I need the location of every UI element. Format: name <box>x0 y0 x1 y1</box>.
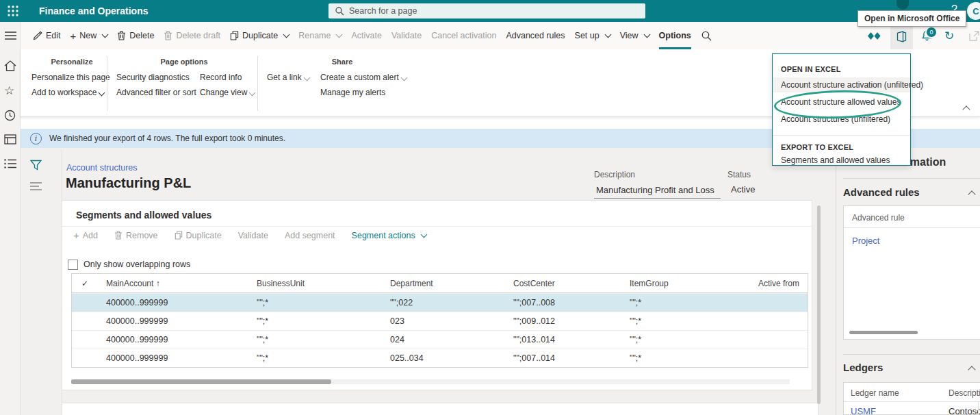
remove-button[interactable]: Remove <box>114 231 158 240</box>
segments-grid: ✓ MainAccount ↑ BusinessUnit Department … <box>71 273 808 368</box>
chevron-down-icon <box>643 32 650 38</box>
app-title[interactable]: Finance and Operations <box>39 5 148 16</box>
avatar[interactable]: C <box>967 2 980 20</box>
table-row[interactable]: 400000..999999 "";* 024 "";013..014 "";* <box>72 330 808 349</box>
office-icon <box>897 31 907 42</box>
security-diagnostics[interactable]: Security diagnostics <box>116 73 190 82</box>
chevron-down-icon <box>604 32 611 38</box>
status-value: Active <box>731 184 755 194</box>
ribbon-group-title: Share <box>294 58 390 66</box>
horizontal-scrollbar[interactable] <box>849 331 918 334</box>
tooltip: Open in Microsoft Office <box>858 10 966 27</box>
column-header[interactable]: MainAccount ↑ <box>98 279 248 288</box>
column-header[interactable]: CostCenter <box>505 279 621 288</box>
new-button[interactable]: + New <box>70 22 108 49</box>
menu-item-segments-and-allowed-values[interactable]: Segments and allowed values <box>773 153 910 168</box>
set-up-button[interactable]: Set up <box>575 22 610 49</box>
duplicate-rows-button[interactable]: Duplicate <box>175 231 222 240</box>
manage-my-alerts[interactable]: Manage my alerts <box>320 88 385 97</box>
actionbar-search-icon[interactable] <box>701 22 712 49</box>
record-info[interactable]: Record info <box>200 73 242 82</box>
grid-header-row: ✓ MainAccount ↑ BusinessUnit Department … <box>72 274 808 293</box>
add-to-workspace[interactable]: Add to workspace <box>31 88 104 97</box>
home-icon[interactable] <box>4 60 16 71</box>
rename-button[interactable]: Rename <box>298 22 341 49</box>
action-pane: Edit + New Delete Delete draft <box>21 22 980 49</box>
overlapping-rows-checkbox[interactable] <box>68 260 78 270</box>
add-button[interactable]: + Add <box>73 229 98 241</box>
collapse-section-button[interactable] <box>969 364 975 375</box>
collapse-section-button[interactable] <box>969 189 975 199</box>
delete-draft-button[interactable]: Delete draft <box>164 22 220 49</box>
ledger-name-link[interactable]: USMF <box>851 406 876 415</box>
advanced-rule-link[interactable]: Project <box>852 236 879 246</box>
plus-icon: + <box>73 229 79 241</box>
validate-rows-button[interactable]: Validate <box>238 231 268 240</box>
search-icon <box>335 6 344 16</box>
vertical-scrollbar[interactable] <box>817 205 821 404</box>
scrollbar-thumb[interactable] <box>71 379 331 384</box>
collapse-ribbon-button[interactable] <box>964 104 969 114</box>
advanced-rules-box: Advanced rule Project <box>843 205 980 340</box>
table-row[interactable]: 400000..999999 "";* 023 "";009..012 "";* <box>72 312 808 330</box>
edit-button[interactable]: Edit <box>33 22 61 49</box>
waffle-icon[interactable] <box>7 5 19 17</box>
segments-card: Segments and allowed values + Add Remove… <box>62 200 812 390</box>
add-segment-button[interactable]: Add segment <box>285 231 335 240</box>
message-count-badge: 0 <box>925 26 938 38</box>
table-row[interactable]: 400000..999999 "";* 025..034 "";007..014… <box>72 349 808 367</box>
popout-icon[interactable] <box>969 22 979 49</box>
page-title: Manufacturing P&L <box>66 175 191 191</box>
advanced-filter-or-sort[interactable]: Advanced filter or sort <box>116 88 196 97</box>
list-view-icon[interactable] <box>30 182 42 190</box>
horizontal-scrollbar[interactable] <box>71 379 790 384</box>
workspaces-icon[interactable] <box>4 134 16 144</box>
filter-icon[interactable] <box>30 160 42 171</box>
change-view[interactable]: Change view <box>200 88 255 97</box>
column-header[interactable]: BusinessUnit <box>248 279 382 288</box>
star-icon[interactable]: ☆ <box>4 85 14 97</box>
chevron-down-icon <box>400 75 407 81</box>
duplicate-button[interactable]: Duplicate <box>230 22 289 49</box>
get-a-link[interactable]: Get a link <box>267 73 309 82</box>
modules-icon[interactable] <box>4 159 16 168</box>
segment-actions-button[interactable]: Segment actions <box>352 231 426 240</box>
ledger-description-header: Description <box>949 388 980 398</box>
ledger-description-value: Contoso <box>949 406 980 415</box>
search-placeholder: Search for a page <box>349 6 417 16</box>
advanced-rule-column-header: Advanced rule <box>852 213 905 223</box>
sort-ascending-icon: ↑ <box>156 279 160 288</box>
table-row[interactable]: 400000..999999 "";* "";022 "";007..008 "… <box>72 293 808 312</box>
hamburger-icon[interactable] <box>5 32 16 40</box>
left-nav-rail: ☆ <box>0 22 21 415</box>
chevron-down-icon <box>249 90 256 97</box>
view-button[interactable]: View <box>620 22 649 49</box>
column-header[interactable]: Department <box>382 279 505 288</box>
pencil-icon <box>33 31 42 40</box>
delete-button[interactable]: Delete <box>117 22 154 49</box>
trash-icon <box>164 31 172 40</box>
copy-icon <box>175 231 183 240</box>
column-header[interactable]: Active from <box>758 279 808 288</box>
personalize-this-page[interactable]: Personalize this page <box>31 73 110 82</box>
description-field[interactable]: Manufacturing Profit and Loss <box>596 185 714 195</box>
settings-gear-icon[interactable] <box>897 0 909 10</box>
page-search-box[interactable]: Search for a page <box>328 3 645 18</box>
select-all-checkmark-icon[interactable]: ✓ <box>72 279 98 288</box>
options-button[interactable]: Options <box>659 22 691 49</box>
cancel-activation-button[interactable]: Cancel activation <box>431 22 496 49</box>
open-in-office-button[interactable] <box>890 24 913 49</box>
activate-button[interactable]: Activate <box>351 22 381 49</box>
segments-title: Segments and allowed values <box>76 210 211 221</box>
validate-button[interactable]: Validate <box>391 22 422 49</box>
column-header[interactable]: ItemGroup <box>621 279 758 288</box>
advanced-rules-button[interactable]: Advanced rules <box>506 22 565 49</box>
clock-icon[interactable] <box>4 110 16 121</box>
chevron-down-icon <box>99 90 105 97</box>
open-in-excel-header: OPEN IN EXCEL <box>781 65 841 73</box>
description-label: Description <box>594 170 635 179</box>
create-a-custom-alert[interactable]: Create a custom alert <box>320 73 407 82</box>
breadcrumb[interactable]: Account structures <box>66 163 138 173</box>
copy-icon <box>230 31 239 40</box>
overlapping-rows-label: Only show overlapping rows <box>83 260 190 269</box>
